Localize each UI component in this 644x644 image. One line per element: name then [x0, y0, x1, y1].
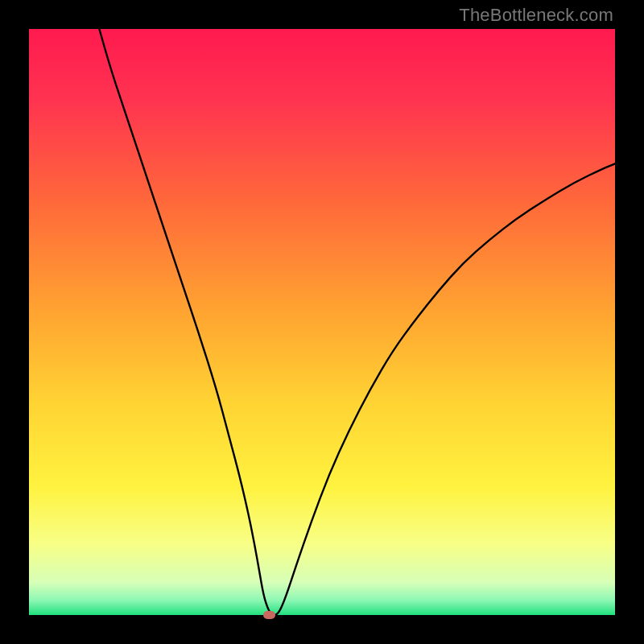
min-marker	[263, 611, 275, 619]
watermark-text: TheBottleneck.com	[459, 5, 613, 26]
plot-area	[29, 29, 615, 615]
bottleneck-curve	[29, 29, 615, 615]
chart-frame: TheBottleneck.com	[0, 0, 644, 644]
